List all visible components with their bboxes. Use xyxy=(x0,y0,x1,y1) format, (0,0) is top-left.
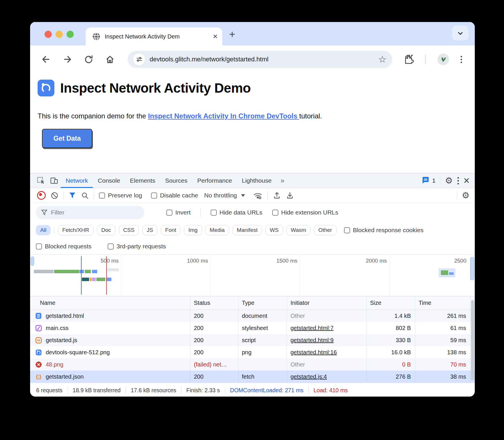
filter-chip-all[interactable]: All xyxy=(36,225,51,235)
column-header-initiator[interactable]: Initiator xyxy=(287,296,367,309)
network-settings-gear-icon[interactable]: ⚙ xyxy=(462,191,470,200)
initiator-link[interactable]: getstarted.html:16 xyxy=(290,346,337,358)
close-tab-icon[interactable]: × xyxy=(213,33,218,40)
extensions-puzzle-icon[interactable] xyxy=(404,54,414,64)
bookmark-star-icon[interactable]: ☆ xyxy=(378,54,387,65)
filter-chip-img[interactable]: Img xyxy=(184,225,202,235)
new-tab-button[interactable]: + xyxy=(229,28,235,41)
checkbox-icon[interactable] xyxy=(151,192,157,199)
column-header-name[interactable]: Name xyxy=(30,296,190,309)
forward-button[interactable] xyxy=(62,54,72,64)
network-summary-bar: 6 requests18.9 kB transferred17.6 kB res… xyxy=(30,383,475,397)
back-button[interactable] xyxy=(41,54,51,64)
home-button[interactable] xyxy=(105,54,115,64)
filter-chip-doc[interactable]: Doc xyxy=(97,225,115,235)
url-text[interactable]: devtools.glitch.me/network/getstarted.ht… xyxy=(150,56,268,63)
checkbox-icon[interactable] xyxy=(272,210,278,216)
devtools-settings-gear-icon[interactable]: ⚙ xyxy=(445,176,453,185)
preserve-log-checkbox[interactable]: Preserve log xyxy=(99,192,142,199)
record-network-log-button[interactable] xyxy=(37,191,46,200)
table-row[interactable]: main.css200stylesheetgetstarted.html:780… xyxy=(30,322,475,334)
devtools-tab-sources[interactable]: Sources xyxy=(160,173,192,188)
devtools-menu-kebab-icon[interactable] xyxy=(457,177,459,184)
hide-extension-urls-checkbox[interactable]: Hide extension URLs xyxy=(272,209,338,216)
throttling-dropdown[interactable]: No throttling xyxy=(204,192,245,199)
browser-tab[interactable]: Inspect Network Activity Dem × xyxy=(86,28,222,45)
search-icon[interactable] xyxy=(81,192,89,199)
get-data-button[interactable]: Get Data xyxy=(42,129,92,148)
cell-name[interactable]: 48.png xyxy=(30,358,190,371)
filter-chip-js[interactable]: JS xyxy=(142,225,157,235)
more-tabs-chevron-icon[interactable]: » xyxy=(277,173,289,188)
checkbox-icon[interactable] xyxy=(108,243,114,250)
issues-counter[interactable]: 1 xyxy=(422,177,435,184)
timeline-tick-label: 1500 ms xyxy=(248,258,297,264)
table-row[interactable]: 48.png(failed) net…Other0 B70 ms xyxy=(30,358,475,371)
network-conditions-icon[interactable] xyxy=(253,191,263,200)
checkbox-icon[interactable] xyxy=(36,243,42,250)
filter-chip-css[interactable]: CSS xyxy=(119,225,139,235)
filter-input[interactable]: Filter xyxy=(36,206,144,219)
reload-button[interactable] xyxy=(84,55,93,64)
cell-name[interactable]: getstarted.js xyxy=(30,334,190,346)
column-header-size[interactable]: Size xyxy=(367,296,415,309)
network-overview-timeline[interactable]: 500 ms1000 ms1500 ms2000 ms2500 xyxy=(30,254,475,296)
filter-chip-fetch-xhr[interactable]: Fetch/XHR xyxy=(58,225,93,235)
tab-search-button[interactable] xyxy=(452,26,468,41)
profile-avatar[interactable] xyxy=(437,54,449,65)
initiator-link[interactable]: getstarted.js:4 xyxy=(290,371,327,383)
zoom-window-button[interactable] xyxy=(67,31,74,38)
close-devtools-icon[interactable]: × xyxy=(463,176,470,185)
devtools-tab-lighthouse[interactable]: Lighthouse xyxy=(237,173,277,188)
hide-data-urls-checkbox[interactable]: Hide data URLs xyxy=(211,209,262,216)
overview-left-drag-handle[interactable] xyxy=(31,256,34,266)
site-settings-icon[interactable] xyxy=(133,54,145,65)
cell-name[interactable]: {;}getstarted.json xyxy=(30,371,190,383)
checkbox-icon[interactable] xyxy=(344,227,350,233)
blocked-response-cookies-checkbox[interactable]: Blocked response cookies xyxy=(344,227,424,234)
checkbox-icon[interactable] xyxy=(211,210,217,216)
filter-chip-other[interactable]: Other xyxy=(314,225,336,235)
table-row[interactable]: {;}getstarted.json200fetchgetstarted.js:… xyxy=(30,371,475,383)
minimize-window-button[interactable] xyxy=(56,31,63,38)
blocked-requests-checkbox[interactable]: Blocked requests xyxy=(36,243,91,250)
close-window-button[interactable] xyxy=(45,31,52,38)
inspect-element-icon[interactable] xyxy=(34,173,47,188)
initiator-link[interactable]: getstarted.html:7 xyxy=(290,322,334,334)
column-header-type[interactable]: Type xyxy=(238,296,287,309)
filter-chip-font[interactable]: Font xyxy=(161,225,181,235)
disable-cache-checkbox[interactable]: Disable cache xyxy=(151,192,198,199)
initiator-link[interactable]: getstarted.html:9 xyxy=(290,334,334,346)
cell-name[interactable]: devtools-square-512.png xyxy=(30,346,190,358)
filter-chip-wasm[interactable]: Wasm xyxy=(286,225,310,235)
overview-right-drag-handle[interactable] xyxy=(470,257,474,280)
table-row[interactable]: devtools-square-512.png200pnggetstarted.… xyxy=(30,346,475,358)
devtools-tab-elements[interactable]: Elements xyxy=(125,173,160,188)
third-party-requests-checkbox[interactable]: 3rd-party requests xyxy=(108,243,166,250)
browser-menu-kebab-icon[interactable] xyxy=(461,56,462,63)
checkbox-icon[interactable] xyxy=(99,192,105,199)
filter-chip-ws[interactable]: WS xyxy=(265,225,283,235)
cell-name[interactable]: main.css xyxy=(30,322,190,334)
filter-funnel-icon[interactable] xyxy=(69,192,76,199)
tutorial-link[interactable]: Inspect Network Activity In Chrome DevTo… xyxy=(148,112,299,120)
checkbox-icon[interactable] xyxy=(166,210,172,216)
table-scrollbar[interactable] xyxy=(471,300,474,380)
import-har-icon[interactable] xyxy=(273,191,281,199)
devtools-tab-performance[interactable]: Performance xyxy=(192,173,237,188)
table-row[interactable]: getstarted.js200scriptgetstarted.html:93… xyxy=(30,334,475,346)
devtools-tab-console[interactable]: Console xyxy=(93,173,125,188)
filter-chip-media[interactable]: Media xyxy=(205,225,229,235)
column-header-time[interactable]: Time xyxy=(415,296,470,309)
filter-chip-manifest[interactable]: Manifest xyxy=(233,225,262,235)
export-har-icon[interactable] xyxy=(286,191,294,199)
cell-name[interactable]: getstarted.html xyxy=(30,310,190,322)
devtools-tab-network[interactable]: Network xyxy=(61,173,93,188)
cell-time: 38 ms xyxy=(415,371,470,383)
column-header-status[interactable]: Status xyxy=(190,296,238,309)
clear-network-log-icon[interactable] xyxy=(51,192,58,199)
device-toolbar-icon[interactable] xyxy=(47,173,61,188)
invert-checkbox[interactable]: Invert xyxy=(166,209,191,216)
table-row[interactable]: getstarted.html200documentOther1.4 kB261… xyxy=(30,310,475,322)
address-bar[interactable]: devtools.glitch.me/network/getstarted.ht… xyxy=(128,51,392,68)
